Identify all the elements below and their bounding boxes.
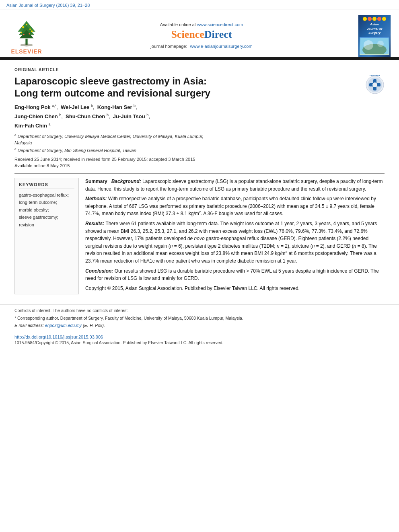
top-bar: Asian Journal of Surgery (2016) 39, 21–2… bbox=[0, 0, 399, 10]
authors-line-2: Jung-Chien Chen b, Shu-Chun Chen b, Ju-J… bbox=[14, 113, 385, 121]
two-col-layout: KEYWORDS gastro-esophageal reflux; long-… bbox=[14, 178, 385, 294]
abstract-methods: Methods: With retrospective analysis of … bbox=[85, 195, 385, 218]
abstract-background: Summary Background: Laparoscopic sleeve … bbox=[85, 178, 385, 193]
corresponding-author: * Corresponding author. Department of Su… bbox=[14, 315, 385, 321]
journal-cover-box: AsianJournal ofSurgery bbox=[358, 15, 391, 57]
journal-homepage-link[interactable]: www.e-asianjournalsurgery.com bbox=[190, 44, 253, 49]
email-address: E-mail address: ehpok@um.edu.my (E.-H. P… bbox=[14, 322, 385, 329]
journal-cover-title: AsianJournal ofSurgery bbox=[367, 23, 383, 35]
abstract-results: Results: There were 61 patients availabl… bbox=[85, 220, 385, 265]
section-label: ORIGINAL ARTICLE bbox=[14, 65, 385, 72]
sciencedirect-logo: ScienceDirect bbox=[171, 29, 232, 41]
authors-line-1: Eng-Hong Pok a,*, Wei-Jei Lee b, Kong-Ha… bbox=[14, 103, 385, 111]
affiliation-b: b Department of Surgery, Min-Sheng Gener… bbox=[14, 147, 385, 154]
elsevier-text: ELSEVIER bbox=[11, 48, 42, 55]
affiliations: a Department of Surgery, University Mala… bbox=[14, 133, 385, 153]
affiliation-a: a Department of Surgery, University Mala… bbox=[14, 133, 385, 146]
authors-line-3: Kin-Fah Chin a bbox=[14, 122, 385, 130]
abstract-column: Summary Background: Laparoscopic sleeve … bbox=[85, 178, 385, 294]
abstract-conclusion: Conclusion: Our results showed LSG is a … bbox=[85, 267, 385, 282]
svg-point-20 bbox=[372, 82, 377, 87]
conflicts-of-interest: Conflicts of interest: The authors have … bbox=[14, 308, 385, 314]
crossmark-icon: CrossMark bbox=[365, 75, 385, 94]
elsevier-tree-icon bbox=[12, 19, 41, 47]
svg-point-10 bbox=[23, 34, 25, 35]
journal-cover: AsianJournal ofSurgery bbox=[356, 13, 393, 57]
svg-point-7 bbox=[21, 32, 22, 34]
svg-point-1 bbox=[20, 43, 33, 46]
svg-text:CrossMark: CrossMark bbox=[370, 75, 380, 76]
received-dates: Received 25 June 2014; received in revis… bbox=[14, 156, 385, 169]
page-wrapper: Asian Journal of Surgery (2016) 39, 21–2… bbox=[0, 0, 399, 532]
svg-point-6 bbox=[29, 29, 31, 30]
issn-copyright: 1015-9584/Copyright © 2015, Asian Surgic… bbox=[0, 340, 399, 349]
divider-line bbox=[14, 173, 385, 174]
keyword-4: sleeve gastrectomy; bbox=[19, 214, 74, 220]
available-online-label: Available online at www.sciencedirect.co… bbox=[160, 22, 243, 27]
keyword-2: long-term outcome; bbox=[19, 199, 74, 205]
abstract-copyright: Copyright © 2015, Asian Surgical Associa… bbox=[85, 285, 385, 292]
keywords-title: KEYWORDS bbox=[19, 182, 74, 189]
article-content: ORIGINAL ARTICLE Laparoscopic sleeve gas… bbox=[0, 60, 399, 299]
citation-text: Asian Journal of Surgery (2016) 39, 21–2… bbox=[6, 3, 90, 8]
email-link[interactable]: ehpok@um.edu.my bbox=[45, 323, 82, 328]
elsevier-logo: ELSEVIER bbox=[6, 13, 47, 57]
header-section: ELSEVIER Available online at www.science… bbox=[0, 10, 399, 58]
svg-point-8 bbox=[31, 31, 33, 32]
doi-link[interactable]: http://dx.doi.org/10.1016/j.asjsur.2015.… bbox=[14, 335, 385, 339]
svg-point-15 bbox=[377, 41, 384, 47]
article-title-row: Laparoscopic sleeve gastrectomy in Asia:… bbox=[14, 75, 385, 99]
sciencedirect-url-link[interactable]: www.sciencedirect.com bbox=[197, 22, 243, 27]
crossmark-logo: CrossMark bbox=[365, 75, 385, 96]
svg-point-9 bbox=[26, 24, 27, 25]
keyword-1: gastro-esophageal reflux; bbox=[19, 192, 74, 198]
footer-section: Conflicts of interest: The authors have … bbox=[0, 304, 399, 332]
journal-cover-image bbox=[360, 37, 389, 55]
header-center: Available online at www.sciencedirect.co… bbox=[51, 13, 352, 57]
svg-point-5 bbox=[22, 26, 24, 28]
keyword-3: morbid obesity; bbox=[19, 207, 74, 213]
journal-homepage-line: journal homepage: www.e-asianjournalsurg… bbox=[150, 44, 252, 49]
article-title: Laparoscopic sleeve gastrectomy in Asia:… bbox=[14, 75, 365, 99]
keyword-5: revision bbox=[19, 222, 74, 228]
svg-point-11 bbox=[29, 33, 30, 35]
svg-point-14 bbox=[364, 40, 373, 50]
keywords-column: KEYWORDS gastro-esophageal reflux; long-… bbox=[14, 178, 79, 294]
journal-cover-icons bbox=[363, 17, 386, 21]
